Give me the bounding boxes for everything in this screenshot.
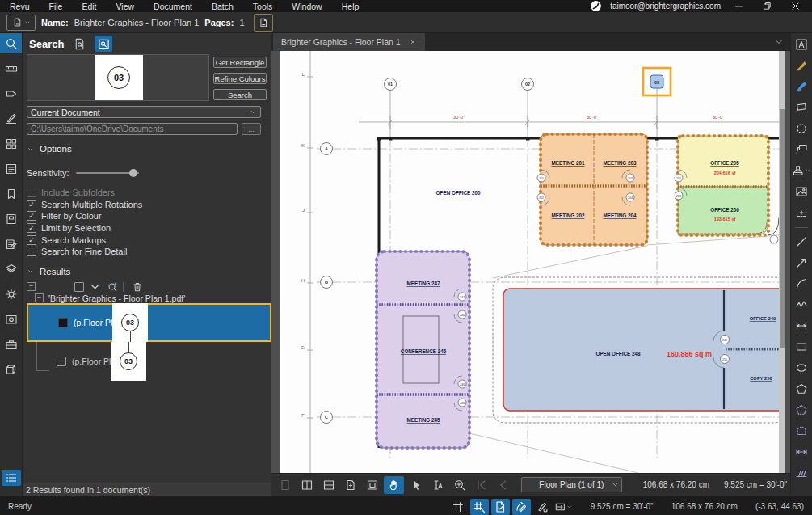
- 3d-model-button[interactable]: [0, 359, 22, 379]
- ellipse-button[interactable]: [792, 359, 811, 377]
- apply-action-button[interactable]: [87, 281, 102, 293]
- search-scope-select[interactable]: Current Document: [27, 106, 261, 118]
- sensitivity-slider[interactable]: [76, 167, 139, 179]
- search-button[interactable]: [0, 33, 22, 53]
- visual-search-tab[interactable]: [95, 36, 112, 52]
- pen-button[interactable]: [792, 78, 811, 95]
- select-button[interactable]: [406, 476, 426, 494]
- snap-to-content-button[interactable]: [491, 499, 510, 515]
- text-search-tab[interactable]: [70, 36, 88, 52]
- result-checkbox[interactable]: [57, 357, 66, 366]
- collapse-all-button[interactable]: −: [27, 282, 36, 291]
- dimension-button[interactable]: [792, 317, 811, 335]
- search-result-row-1[interactable]: (p.Floor Plan) 03: [27, 303, 271, 342]
- single-page-button[interactable]: [275, 476, 295, 494]
- page-preview-button[interactable]: [254, 14, 273, 32]
- spaces-button[interactable]: [0, 209, 22, 229]
- arc-button[interactable]: [792, 275, 811, 293]
- first-page-button[interactable]: [471, 476, 491, 494]
- search-button[interactable]: Search: [213, 89, 267, 100]
- close-icon[interactable]: [409, 38, 417, 46]
- callout-button[interactable]: [792, 141, 811, 158]
- snap-to-markup-button[interactable]: [512, 499, 531, 515]
- menu-view[interactable]: View: [107, 0, 145, 12]
- checkbox-search-markups[interactable]: [27, 235, 36, 245]
- options-section-header[interactable]: Options: [27, 143, 271, 154]
- window-close-button[interactable]: [785, 1, 806, 11]
- refine-colours-button[interactable]: Refine Colours: [213, 73, 267, 84]
- polygon-button[interactable]: [792, 380, 811, 398]
- arrow-button[interactable]: [792, 254, 811, 272]
- fit-page-button[interactable]: [362, 476, 382, 494]
- measure-area-button[interactable]: [792, 464, 811, 482]
- previous-page-button[interactable]: [493, 476, 513, 494]
- layers-button[interactable]: [0, 259, 22, 279]
- document-menu-dropdown[interactable]: [6, 15, 36, 31]
- document-viewport[interactable]: L K J H G F 30'-0" 30'-0" 30'-0": [271, 51, 790, 473]
- highlight-button[interactable]: [792, 57, 811, 74]
- bookmarks-button[interactable]: [0, 184, 22, 204]
- menu-tools[interactable]: Tools: [243, 0, 283, 12]
- polygon-sketch-button[interactable]: [792, 422, 811, 440]
- polyline-button[interactable]: [792, 296, 811, 314]
- measurements-button[interactable]: [0, 58, 22, 78]
- cloud-button[interactable]: [792, 120, 811, 137]
- get-rectangle-button[interactable]: Get Rectangle: [213, 57, 267, 68]
- folder-path-input[interactable]: C:\Users\taimo\OneDrive\Documents: [27, 123, 238, 135]
- result-checkbox[interactable]: [58, 318, 68, 327]
- text-box-button[interactable]: [792, 36, 811, 53]
- menu-file[interactable]: File: [40, 0, 73, 12]
- flags-button[interactable]: [0, 83, 22, 103]
- menu-window[interactable]: Window: [282, 0, 331, 12]
- stamp-button[interactable]: [792, 162, 811, 179]
- menu-document[interactable]: Document: [144, 0, 202, 12]
- results-section-header[interactable]: Results: [27, 266, 271, 277]
- checkbox-limit-by-selection[interactable]: [27, 223, 36, 233]
- media-button[interactable]: [0, 309, 22, 329]
- slider-knob[interactable]: [129, 169, 137, 177]
- page-select-dropdown[interactable]: Floor Plan (1 of 1): [521, 477, 622, 492]
- signatures-button[interactable]: [0, 108, 22, 129]
- checkbox-filter-by-colour[interactable]: [27, 211, 36, 221]
- checkbox-search-multiple-rotations[interactable]: [27, 200, 36, 209]
- thumbnails-button[interactable]: [0, 133, 22, 154]
- menu-revu[interactable]: Revu: [0, 0, 40, 12]
- insert-pages-button[interactable]: [340, 476, 360, 494]
- markups-list-toggle-button[interactable]: [2, 470, 21, 486]
- search-result-row-2[interactable]: (p.Floor Plan) 03: [27, 342, 271, 381]
- settings-button[interactable]: [0, 284, 22, 304]
- reuse-markup-button[interactable]: [554, 499, 573, 515]
- delete-result-button[interactable]: [130, 281, 145, 293]
- split-vertical-button[interactable]: [297, 476, 317, 494]
- zoom-button[interactable]: [449, 476, 469, 494]
- select-all-checkbox[interactable]: [74, 282, 84, 292]
- checkbox-search-fine-detail[interactable]: [27, 247, 36, 256]
- image-button[interactable]: [792, 183, 811, 201]
- checkbox-include-subfolders[interactable]: [27, 188, 36, 197]
- rectangle-button[interactable]: [792, 338, 811, 356]
- browse-button[interactable]: ...: [242, 123, 261, 135]
- pan-button[interactable]: [384, 476, 404, 494]
- pen-mode-button[interactable]: [533, 499, 552, 515]
- split-horizontal-button[interactable]: [318, 476, 339, 494]
- window-minimize-button[interactable]: [729, 1, 749, 11]
- snapshot-button[interactable]: [792, 204, 811, 222]
- menu-edit[interactable]: Edit: [72, 0, 106, 12]
- properties-button[interactable]: [0, 158, 22, 179]
- markup-summary-button[interactable]: [0, 234, 22, 254]
- document-tab[interactable]: Brighter Graphics - Floor Plan 1: [273, 33, 425, 51]
- scrollbar-thumb[interactable]: [780, 109, 785, 348]
- tab-list-chevron[interactable]: [774, 37, 784, 47]
- measure-length-button[interactable]: [792, 443, 811, 461]
- show-grid-button[interactable]: [449, 499, 468, 515]
- vertical-scrollbar[interactable]: [779, 51, 785, 473]
- window-restore-button[interactable]: [757, 1, 777, 11]
- line-button[interactable]: [792, 233, 811, 251]
- menu-batch[interactable]: Batch: [202, 0, 243, 12]
- select-text-button[interactable]: [427, 476, 448, 494]
- polygon-cloud-button[interactable]: [792, 401, 811, 419]
- snap-to-grid-button[interactable]: [470, 499, 489, 515]
- menu-help[interactable]: Help: [332, 0, 369, 12]
- tool-chest-button[interactable]: [0, 334, 22, 354]
- refine-search-button[interactable]: [105, 281, 120, 293]
